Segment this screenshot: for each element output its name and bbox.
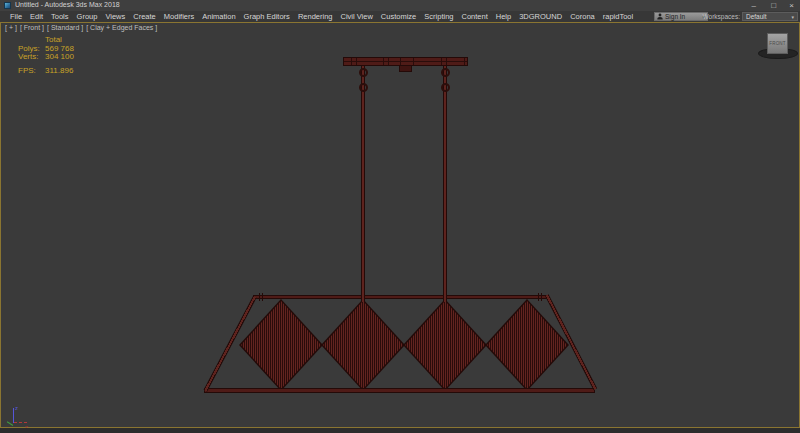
rod-ring-connector — [359, 68, 368, 77]
menu-customize[interactable]: Customize — [377, 11, 420, 22]
shade-diamond-panel — [239, 299, 323, 391]
rod-ring-connector — [441, 68, 450, 77]
menu-corona[interactable]: Corona — [566, 11, 599, 22]
menu-modifiers[interactable]: Modifiers — [160, 11, 198, 22]
title-bar: Untitled - Autodesk 3ds Max 2018 – □ × — [0, 0, 800, 11]
front-viewport[interactable]: [ + ] [ Front ] [ Standard ] [ Clay + Ed… — [0, 22, 800, 428]
menu-rapidtool[interactable]: rapidTool — [599, 11, 637, 22]
diamond-slat-fill — [241, 301, 321, 389]
menu-scripting[interactable]: Scripting — [420, 11, 457, 22]
rod-ring-connector — [441, 83, 450, 92]
canopy-segment-line — [383, 58, 384, 65]
frame-corner-tick — [259, 293, 260, 301]
frame-top-rail — [253, 295, 547, 299]
workspaces-dropdown[interactable]: Default ▾ — [742, 12, 798, 21]
status-bar-edge — [0, 428, 800, 433]
canopy-center-block — [399, 65, 412, 72]
menu-animation[interactable]: Animation — [198, 11, 239, 22]
menu-tools[interactable]: Tools — [47, 11, 73, 22]
menu-rendering[interactable]: Rendering — [294, 11, 337, 22]
frame-corner-tick — [541, 293, 542, 301]
menu-content[interactable]: Content — [457, 11, 491, 22]
menu-views[interactable]: Views — [101, 11, 129, 22]
menu-bar: File Edit Tools Group Views Create Modif… — [0, 11, 800, 22]
diamond-slat-fill — [323, 301, 403, 389]
canopy-segment-line — [356, 58, 357, 65]
diamond-slat-fill — [405, 301, 485, 389]
canopy-segment-line — [441, 58, 442, 65]
maximize-button[interactable]: □ — [771, 1, 776, 10]
shade-diamond-panel — [403, 299, 487, 391]
user-icon — [657, 13, 663, 20]
window-title: Untitled - Autodesk 3ds Max 2018 — [15, 1, 120, 8]
canopy-segment-line — [351, 58, 352, 65]
close-button[interactable]: × — [789, 1, 794, 10]
rod-ring-connector — [359, 83, 368, 92]
canopy-segment-line — [388, 58, 389, 65]
3ds-max-window: Untitled - Autodesk 3ds Max 2018 – □ × F… — [0, 0, 800, 433]
canopy-segment-line — [446, 58, 447, 65]
menu-group[interactable]: Group — [73, 11, 102, 22]
sign-in-label: Sign In — [665, 13, 685, 20]
hanger-rod-left — [361, 65, 365, 302]
menu-graph-editors[interactable]: Graph Editors — [240, 11, 294, 22]
canopy-segment-line — [400, 58, 401, 65]
canopy-segment-line — [464, 58, 465, 65]
hanger-rod-right — [443, 65, 447, 302]
menu-items: File Edit Tools Group Views Create Modif… — [6, 11, 637, 22]
workspaces-label: Workspaces: — [703, 13, 740, 20]
workspaces-selected-value: Default — [746, 13, 767, 20]
frame-corner-tick — [538, 293, 539, 301]
frame-bottom-rail — [204, 388, 595, 393]
menu-3dground[interactable]: 3DGROUND — [515, 11, 566, 22]
menu-edit[interactable]: Edit — [26, 11, 47, 22]
frame-corner-tick — [262, 293, 263, 301]
3ds-max-app-icon — [4, 2, 11, 9]
menu-file[interactable]: File — [6, 11, 26, 22]
shade-diamond-panel — [321, 299, 405, 391]
menu-civil-view[interactable]: Civil View — [336, 11, 376, 22]
canopy-segment-line — [413, 58, 414, 65]
menu-create[interactable]: Create — [129, 11, 160, 22]
sign-in-button[interactable]: Sign In ▾ — [654, 12, 708, 21]
minimize-button[interactable]: – — [752, 1, 756, 10]
chandelier-model[interactable] — [1, 23, 800, 429]
menu-help[interactable]: Help — [492, 11, 515, 22]
chevron-down-icon: ▾ — [791, 14, 794, 20]
